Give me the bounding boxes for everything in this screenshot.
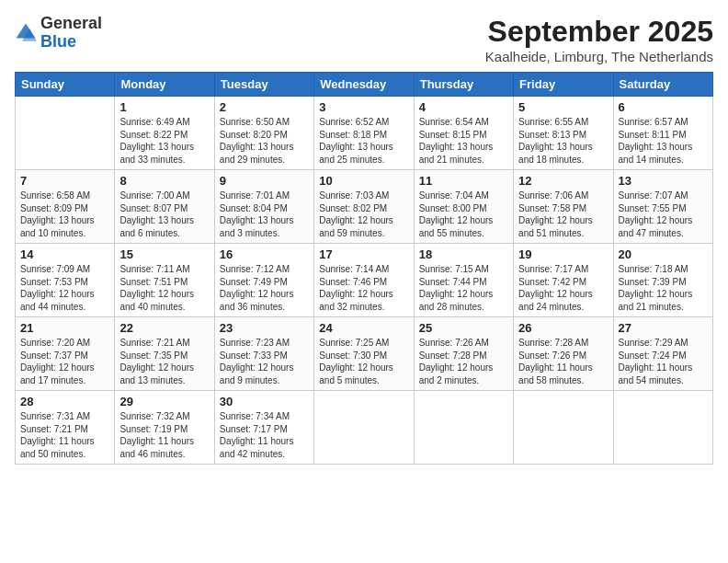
day-number: 19: [518, 247, 608, 261]
calendar-cell: 4Sunrise: 6:54 AMSunset: 8:15 PMDaylight…: [414, 97, 513, 170]
cell-info: Sunrise: 7:00 AMSunset: 8:07 PMDaylight:…: [119, 190, 209, 239]
calendar-header-row: SundayMondayTuesdayWednesdayThursdayFrid…: [16, 73, 713, 97]
calendar-cell: 24Sunrise: 7:25 AMSunset: 7:30 PMDayligh…: [314, 317, 414, 391]
cell-info: Sunrise: 7:07 AMSunset: 7:55 PMDaylight:…: [619, 190, 708, 239]
cell-info: Sunrise: 7:28 AMSunset: 7:26 PMDaylight:…: [518, 337, 608, 386]
weekday-header: Wednesday: [314, 73, 414, 97]
weekday-header: Saturday: [613, 73, 712, 97]
month-title: September 2025: [485, 15, 713, 49]
calendar-cell: 13Sunrise: 7:07 AMSunset: 7:55 PMDayligh…: [613, 170, 712, 244]
calendar-cell: 1Sunrise: 6:49 AMSunset: 8:22 PMDaylight…: [115, 97, 214, 170]
weekday-header: Sunday: [16, 73, 115, 97]
day-number: 27: [619, 321, 708, 335]
day-number: 14: [20, 247, 109, 261]
cell-info: Sunrise: 7:34 AMSunset: 7:17 PMDaylight:…: [220, 410, 309, 460]
day-number: 3: [319, 100, 408, 114]
day-number: 9: [220, 174, 309, 188]
logo-icon: [15, 22, 37, 44]
calendar-cell: 6Sunrise: 6:57 AMSunset: 8:11 PMDaylight…: [613, 97, 712, 170]
calendar-cell: 8Sunrise: 7:00 AMSunset: 8:07 PMDaylight…: [115, 170, 214, 244]
cell-info: Sunrise: 7:01 AMSunset: 8:04 PMDaylight:…: [220, 190, 309, 239]
day-number: 20: [619, 247, 708, 261]
cell-info: Sunrise: 6:50 AMSunset: 8:20 PMDaylight:…: [220, 116, 309, 166]
cell-info: Sunrise: 7:15 AMSunset: 7:44 PMDaylight:…: [419, 263, 508, 313]
day-number: 1: [119, 100, 209, 114]
day-number: 8: [119, 174, 209, 188]
day-number: 29: [119, 395, 209, 408]
cell-info: Sunrise: 7:12 AMSunset: 7:49 PMDaylight:…: [220, 263, 309, 313]
calendar-cell: 9Sunrise: 7:01 AMSunset: 8:04 PMDaylight…: [214, 170, 313, 244]
calendar-cell: 5Sunrise: 6:55 AMSunset: 8:13 PMDaylight…: [514, 97, 613, 170]
cell-info: Sunrise: 7:23 AMSunset: 7:33 PMDaylight:…: [220, 337, 309, 386]
day-number: 7: [20, 174, 109, 188]
calendar-table: SundayMondayTuesdayWednesdayThursdayFrid…: [15, 72, 713, 465]
cell-info: Sunrise: 7:14 AMSunset: 7:46 PMDaylight:…: [319, 263, 408, 313]
calendar-cell: [613, 391, 712, 465]
calendar-cell: [314, 391, 414, 465]
calendar-cell: 18Sunrise: 7:15 AMSunset: 7:44 PMDayligh…: [414, 244, 513, 317]
cell-info: Sunrise: 7:11 AMSunset: 7:51 PMDaylight:…: [119, 263, 209, 313]
cell-info: Sunrise: 6:52 AMSunset: 8:18 PMDaylight:…: [319, 116, 408, 166]
cell-info: Sunrise: 7:09 AMSunset: 7:53 PMDaylight:…: [20, 263, 109, 313]
calendar-cell: 20Sunrise: 7:18 AMSunset: 7:39 PMDayligh…: [613, 244, 712, 317]
calendar-cell: 29Sunrise: 7:32 AMSunset: 7:19 PMDayligh…: [115, 391, 214, 465]
cell-info: Sunrise: 7:32 AMSunset: 7:19 PMDaylight:…: [119, 410, 209, 460]
day-number: 4: [419, 100, 508, 114]
day-number: 2: [220, 100, 309, 114]
day-number: 11: [419, 174, 508, 188]
cell-info: Sunrise: 7:06 AMSunset: 7:58 PMDaylight:…: [518, 190, 608, 239]
calendar-week-row: 14Sunrise: 7:09 AMSunset: 7:53 PMDayligh…: [16, 244, 713, 317]
calendar-week-row: 1Sunrise: 6:49 AMSunset: 8:22 PMDaylight…: [16, 97, 713, 170]
calendar-cell: 26Sunrise: 7:28 AMSunset: 7:26 PMDayligh…: [514, 317, 613, 391]
day-number: 17: [319, 247, 408, 261]
cell-info: Sunrise: 7:18 AMSunset: 7:39 PMDaylight:…: [619, 263, 708, 313]
logo-text: General Blue: [40, 15, 102, 52]
calendar-cell: 3Sunrise: 6:52 AMSunset: 8:18 PMDaylight…: [314, 97, 414, 170]
calendar-cell: 7Sunrise: 6:58 AMSunset: 8:09 PMDaylight…: [16, 170, 115, 244]
calendar-week-row: 7Sunrise: 6:58 AMSunset: 8:09 PMDaylight…: [16, 170, 713, 244]
day-number: 15: [119, 247, 209, 261]
day-number: 6: [619, 100, 708, 114]
calendar-cell: 16Sunrise: 7:12 AMSunset: 7:49 PMDayligh…: [214, 244, 313, 317]
weekday-header: Thursday: [414, 73, 513, 97]
day-number: 30: [220, 395, 309, 408]
day-number: 10: [319, 174, 408, 188]
calendar-cell: 25Sunrise: 7:26 AMSunset: 7:28 PMDayligh…: [414, 317, 513, 391]
cell-info: Sunrise: 7:31 AMSunset: 7:21 PMDaylight:…: [20, 410, 109, 460]
calendar-cell: 27Sunrise: 7:29 AMSunset: 7:24 PMDayligh…: [613, 317, 712, 391]
cell-info: Sunrise: 7:20 AMSunset: 7:37 PMDaylight:…: [20, 337, 109, 386]
calendar-cell: 21Sunrise: 7:20 AMSunset: 7:37 PMDayligh…: [16, 317, 115, 391]
cell-info: Sunrise: 6:49 AMSunset: 8:22 PMDaylight:…: [119, 116, 209, 166]
day-number: 24: [319, 321, 408, 335]
cell-info: Sunrise: 6:58 AMSunset: 8:09 PMDaylight:…: [20, 190, 109, 239]
day-number: 16: [220, 247, 309, 261]
calendar-week-row: 28Sunrise: 7:31 AMSunset: 7:21 PMDayligh…: [16, 391, 713, 465]
cell-info: Sunrise: 7:03 AMSunset: 8:02 PMDaylight:…: [319, 190, 408, 239]
calendar-cell: 15Sunrise: 7:11 AMSunset: 7:51 PMDayligh…: [115, 244, 214, 317]
day-number: 5: [518, 100, 608, 114]
weekday-header: Monday: [115, 73, 214, 97]
cell-info: Sunrise: 7:26 AMSunset: 7:28 PMDaylight:…: [419, 337, 508, 386]
day-number: 18: [419, 247, 508, 261]
calendar-cell: [414, 391, 513, 465]
calendar-cell: [16, 97, 115, 170]
day-number: 13: [619, 174, 708, 188]
calendar-cell: 28Sunrise: 7:31 AMSunset: 7:21 PMDayligh…: [16, 391, 115, 465]
calendar-cell: 14Sunrise: 7:09 AMSunset: 7:53 PMDayligh…: [16, 244, 115, 317]
page-header: General Blue September 2025 Kaalheide, L…: [15, 15, 713, 64]
cell-info: Sunrise: 7:29 AMSunset: 7:24 PMDaylight:…: [619, 337, 708, 386]
day-number: 22: [119, 321, 209, 335]
day-number: 28: [20, 395, 109, 408]
calendar-cell: [514, 391, 613, 465]
weekday-header: Tuesday: [214, 73, 313, 97]
calendar-cell: 10Sunrise: 7:03 AMSunset: 8:02 PMDayligh…: [314, 170, 414, 244]
day-number: 25: [419, 321, 508, 335]
title-block: September 2025 Kaalheide, Limburg, The N…: [485, 15, 713, 64]
cell-info: Sunrise: 6:54 AMSunset: 8:15 PMDaylight:…: [419, 116, 508, 166]
calendar-cell: 11Sunrise: 7:04 AMSunset: 8:00 PMDayligh…: [414, 170, 513, 244]
logo-general: General: [40, 15, 102, 33]
day-number: 21: [20, 321, 109, 335]
calendar-cell: 19Sunrise: 7:17 AMSunset: 7:42 PMDayligh…: [514, 244, 613, 317]
calendar-cell: 30Sunrise: 7:34 AMSunset: 7:17 PMDayligh…: [214, 391, 313, 465]
cell-info: Sunrise: 6:57 AMSunset: 8:11 PMDaylight:…: [619, 116, 708, 166]
